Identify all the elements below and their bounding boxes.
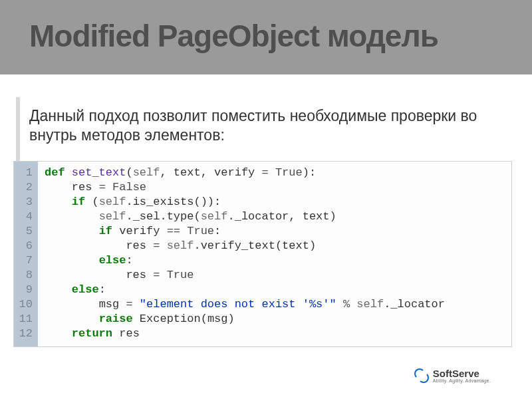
tok-text: text (174, 166, 201, 179)
footer-logo: SoftServe Ability. Agility. Advantage. (414, 368, 491, 383)
tok-verify-text: verify_text (201, 239, 275, 252)
tok-res3: res (126, 269, 146, 281)
tok-res4: res (119, 327, 140, 340)
tok-str: "element does not exist '%s'" (140, 298, 336, 311)
tok-verify: verify (214, 166, 255, 179)
tok-assign2: = (99, 181, 106, 194)
tok-true: True (275, 166, 303, 179)
code-block: 1 2 3 4 5 6 7 8 9 10 11 12 def set_text(… (13, 161, 512, 347)
tok-exception: Exception (140, 313, 201, 325)
softserve-mark-icon (414, 368, 429, 383)
tok-type: type (167, 210, 194, 223)
tok-eqeq: == (167, 225, 180, 237)
tok-self6: self (356, 298, 384, 311)
tok-text3: text (282, 239, 309, 252)
slide: Modified PageObject модель Данный подход… (0, 0, 532, 399)
tok-text2: text (303, 210, 330, 223)
kw-if: if (72, 196, 85, 208)
slide-title: Modified PageObject модель (29, 20, 512, 52)
tok-self2: self (99, 196, 126, 208)
kw-else2: else (72, 283, 99, 296)
tok-msg: msg (99, 298, 120, 311)
tok-self: self (133, 166, 160, 179)
kw-else: else (99, 254, 126, 267)
tok-self3: self (99, 210, 126, 223)
tok-pct: % (343, 298, 350, 311)
kw-if2: if (99, 225, 112, 237)
tok-assign3: = (153, 239, 160, 252)
tok-verify2: verify (119, 225, 160, 237)
tok-locator2: _locator (390, 298, 445, 311)
footer-text: SoftServe Ability. Agility. Advantage. (433, 368, 491, 383)
footer-tagline: Ability. Agility. Advantage. (433, 378, 491, 383)
tok-assign: = (262, 166, 269, 179)
tok-res: res (72, 181, 92, 194)
tok-assign4: = (153, 269, 160, 281)
tok-false: False (112, 181, 146, 194)
tok-self5: self (167, 239, 194, 252)
slide-body-text: Данный подход позволит поместить необход… (29, 106, 492, 145)
tok-locator: _locator (235, 210, 289, 223)
kw-def: def (45, 166, 65, 179)
code-line-numbers: 1 2 3 4 5 6 7 8 9 10 11 12 (14, 162, 38, 346)
code-content: def set_text(self, text, verify = True):… (38, 162, 452, 346)
tok-sel: _sel (133, 210, 160, 223)
footer-brand: SoftServe (433, 368, 491, 378)
tok-is-exists: is_exists (133, 196, 194, 208)
tok-assign5: = (126, 298, 132, 311)
kw-raise: raise (99, 313, 133, 325)
tok-self4: self (201, 210, 228, 223)
tok-res2: res (126, 239, 146, 252)
fn-name: set_text (72, 166, 126, 179)
tok-true3: True (167, 269, 194, 281)
tok-msg2: msg (207, 313, 228, 325)
tok-true2: True (187, 225, 214, 237)
kw-return: return (72, 327, 112, 340)
